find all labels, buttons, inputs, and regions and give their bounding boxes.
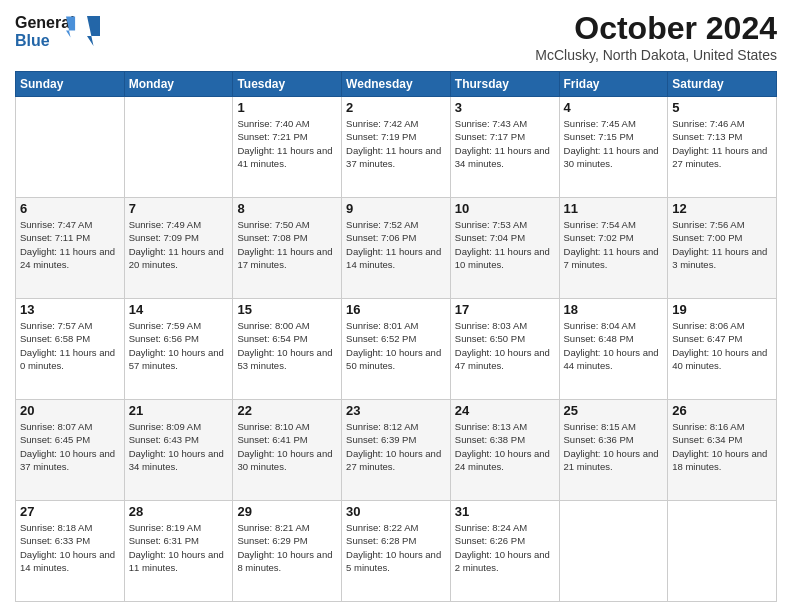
svg-text:General: General bbox=[15, 14, 75, 31]
day-number: 16 bbox=[346, 302, 446, 317]
day-info: Sunrise: 7:47 AMSunset: 7:11 PMDaylight:… bbox=[20, 218, 120, 271]
calendar-cell: 5Sunrise: 7:46 AMSunset: 7:13 PMDaylight… bbox=[668, 97, 777, 198]
calendar-week-4: 27Sunrise: 8:18 AMSunset: 6:33 PMDayligh… bbox=[16, 501, 777, 602]
calendar-week-2: 13Sunrise: 7:57 AMSunset: 6:58 PMDayligh… bbox=[16, 299, 777, 400]
calendar-cell: 8Sunrise: 7:50 AMSunset: 7:08 PMDaylight… bbox=[233, 198, 342, 299]
day-info: Sunrise: 7:42 AMSunset: 7:19 PMDaylight:… bbox=[346, 117, 446, 170]
calendar-cell: 22Sunrise: 8:10 AMSunset: 6:41 PMDayligh… bbox=[233, 400, 342, 501]
calendar-cell: 16Sunrise: 8:01 AMSunset: 6:52 PMDayligh… bbox=[342, 299, 451, 400]
day-info: Sunrise: 8:21 AMSunset: 6:29 PMDaylight:… bbox=[237, 521, 337, 574]
day-info: Sunrise: 8:19 AMSunset: 6:31 PMDaylight:… bbox=[129, 521, 229, 574]
day-number: 10 bbox=[455, 201, 555, 216]
day-number: 13 bbox=[20, 302, 120, 317]
day-info: Sunrise: 7:40 AMSunset: 7:21 PMDaylight:… bbox=[237, 117, 337, 170]
day-number: 29 bbox=[237, 504, 337, 519]
day-number: 19 bbox=[672, 302, 772, 317]
day-info: Sunrise: 8:10 AMSunset: 6:41 PMDaylight:… bbox=[237, 420, 337, 473]
day-number: 18 bbox=[564, 302, 664, 317]
day-number: 9 bbox=[346, 201, 446, 216]
col-wednesday: Wednesday bbox=[342, 72, 451, 97]
col-saturday: Saturday bbox=[668, 72, 777, 97]
day-info: Sunrise: 7:53 AMSunset: 7:04 PMDaylight:… bbox=[455, 218, 555, 271]
day-info: Sunrise: 8:07 AMSunset: 6:45 PMDaylight:… bbox=[20, 420, 120, 473]
day-number: 1 bbox=[237, 100, 337, 115]
day-number: 25 bbox=[564, 403, 664, 418]
calendar-cell: 6Sunrise: 7:47 AMSunset: 7:11 PMDaylight… bbox=[16, 198, 125, 299]
col-monday: Monday bbox=[124, 72, 233, 97]
day-info: Sunrise: 8:13 AMSunset: 6:38 PMDaylight:… bbox=[455, 420, 555, 473]
day-number: 24 bbox=[455, 403, 555, 418]
day-number: 2 bbox=[346, 100, 446, 115]
day-number: 14 bbox=[129, 302, 229, 317]
day-number: 7 bbox=[129, 201, 229, 216]
calendar-cell: 30Sunrise: 8:22 AMSunset: 6:28 PMDayligh… bbox=[342, 501, 451, 602]
day-info: Sunrise: 8:16 AMSunset: 6:34 PMDaylight:… bbox=[672, 420, 772, 473]
calendar-cell: 21Sunrise: 8:09 AMSunset: 6:43 PMDayligh… bbox=[124, 400, 233, 501]
calendar-cell: 17Sunrise: 8:03 AMSunset: 6:50 PMDayligh… bbox=[450, 299, 559, 400]
calendar-cell: 9Sunrise: 7:52 AMSunset: 7:06 PMDaylight… bbox=[342, 198, 451, 299]
day-number: 15 bbox=[237, 302, 337, 317]
calendar-cell: 27Sunrise: 8:18 AMSunset: 6:33 PMDayligh… bbox=[16, 501, 125, 602]
col-thursday: Thursday bbox=[450, 72, 559, 97]
day-info: Sunrise: 7:52 AMSunset: 7:06 PMDaylight:… bbox=[346, 218, 446, 271]
col-tuesday: Tuesday bbox=[233, 72, 342, 97]
calendar-cell: 24Sunrise: 8:13 AMSunset: 6:38 PMDayligh… bbox=[450, 400, 559, 501]
calendar-cell: 18Sunrise: 8:04 AMSunset: 6:48 PMDayligh… bbox=[559, 299, 668, 400]
day-info: Sunrise: 8:06 AMSunset: 6:47 PMDaylight:… bbox=[672, 319, 772, 372]
day-info: Sunrise: 7:50 AMSunset: 7:08 PMDaylight:… bbox=[237, 218, 337, 271]
calendar-cell: 26Sunrise: 8:16 AMSunset: 6:34 PMDayligh… bbox=[668, 400, 777, 501]
day-info: Sunrise: 8:00 AMSunset: 6:54 PMDaylight:… bbox=[237, 319, 337, 372]
col-sunday: Sunday bbox=[16, 72, 125, 97]
day-number: 5 bbox=[672, 100, 772, 115]
day-info: Sunrise: 8:18 AMSunset: 6:33 PMDaylight:… bbox=[20, 521, 120, 574]
day-info: Sunrise: 8:15 AMSunset: 6:36 PMDaylight:… bbox=[564, 420, 664, 473]
month-title: October 2024 bbox=[535, 10, 777, 47]
calendar-cell: 19Sunrise: 8:06 AMSunset: 6:47 PMDayligh… bbox=[668, 299, 777, 400]
calendar-week-3: 20Sunrise: 8:07 AMSunset: 6:45 PMDayligh… bbox=[16, 400, 777, 501]
day-info: Sunrise: 8:24 AMSunset: 6:26 PMDaylight:… bbox=[455, 521, 555, 574]
day-number: 22 bbox=[237, 403, 337, 418]
day-number: 31 bbox=[455, 504, 555, 519]
day-number: 28 bbox=[129, 504, 229, 519]
calendar-cell bbox=[124, 97, 233, 198]
logo: General Blue bbox=[15, 10, 105, 59]
day-number: 27 bbox=[20, 504, 120, 519]
day-info: Sunrise: 7:43 AMSunset: 7:17 PMDaylight:… bbox=[455, 117, 555, 170]
day-number: 11 bbox=[564, 201, 664, 216]
svg-text:Blue: Blue bbox=[15, 32, 50, 49]
calendar-cell: 15Sunrise: 8:00 AMSunset: 6:54 PMDayligh… bbox=[233, 299, 342, 400]
calendar-cell: 31Sunrise: 8:24 AMSunset: 6:26 PMDayligh… bbox=[450, 501, 559, 602]
header: General Blue October 2024 McClusky, Nort… bbox=[15, 10, 777, 63]
day-number: 4 bbox=[564, 100, 664, 115]
calendar-cell: 4Sunrise: 7:45 AMSunset: 7:15 PMDaylight… bbox=[559, 97, 668, 198]
day-info: Sunrise: 7:56 AMSunset: 7:00 PMDaylight:… bbox=[672, 218, 772, 271]
calendar-cell: 14Sunrise: 7:59 AMSunset: 6:56 PMDayligh… bbox=[124, 299, 233, 400]
calendar-cell: 2Sunrise: 7:42 AMSunset: 7:19 PMDaylight… bbox=[342, 97, 451, 198]
day-info: Sunrise: 7:54 AMSunset: 7:02 PMDaylight:… bbox=[564, 218, 664, 271]
day-info: Sunrise: 8:12 AMSunset: 6:39 PMDaylight:… bbox=[346, 420, 446, 473]
day-number: 3 bbox=[455, 100, 555, 115]
calendar-cell: 7Sunrise: 7:49 AMSunset: 7:09 PMDaylight… bbox=[124, 198, 233, 299]
day-info: Sunrise: 7:46 AMSunset: 7:13 PMDaylight:… bbox=[672, 117, 772, 170]
day-info: Sunrise: 7:59 AMSunset: 6:56 PMDaylight:… bbox=[129, 319, 229, 372]
day-number: 30 bbox=[346, 504, 446, 519]
day-info: Sunrise: 8:03 AMSunset: 6:50 PMDaylight:… bbox=[455, 319, 555, 372]
calendar-cell bbox=[559, 501, 668, 602]
calendar-header-row: Sunday Monday Tuesday Wednesday Thursday… bbox=[16, 72, 777, 97]
day-info: Sunrise: 7:49 AMSunset: 7:09 PMDaylight:… bbox=[129, 218, 229, 271]
day-info: Sunrise: 8:22 AMSunset: 6:28 PMDaylight:… bbox=[346, 521, 446, 574]
svg-marker-2 bbox=[87, 16, 100, 46]
calendar-table: Sunday Monday Tuesday Wednesday Thursday… bbox=[15, 71, 777, 602]
calendar-cell: 3Sunrise: 7:43 AMSunset: 7:17 PMDaylight… bbox=[450, 97, 559, 198]
title-section: October 2024 McClusky, North Dakota, Uni… bbox=[535, 10, 777, 63]
calendar-cell: 13Sunrise: 7:57 AMSunset: 6:58 PMDayligh… bbox=[16, 299, 125, 400]
calendar-cell: 28Sunrise: 8:19 AMSunset: 6:31 PMDayligh… bbox=[124, 501, 233, 602]
page: General Blue October 2024 McClusky, Nort… bbox=[0, 0, 792, 612]
day-number: 20 bbox=[20, 403, 120, 418]
calendar-cell: 11Sunrise: 7:54 AMSunset: 7:02 PMDayligh… bbox=[559, 198, 668, 299]
calendar-cell: 1Sunrise: 7:40 AMSunset: 7:21 PMDaylight… bbox=[233, 97, 342, 198]
day-number: 6 bbox=[20, 201, 120, 216]
calendar-cell: 20Sunrise: 8:07 AMSunset: 6:45 PMDayligh… bbox=[16, 400, 125, 501]
day-info: Sunrise: 8:01 AMSunset: 6:52 PMDaylight:… bbox=[346, 319, 446, 372]
calendar-week-0: 1Sunrise: 7:40 AMSunset: 7:21 PMDaylight… bbox=[16, 97, 777, 198]
